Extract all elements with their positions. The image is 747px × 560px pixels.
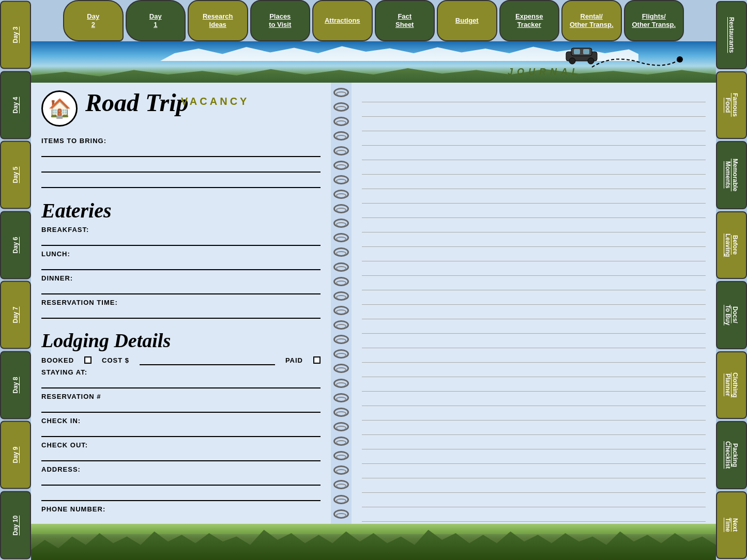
journal-line [362, 421, 706, 435]
tab-research-ideas[interactable]: Research Ideas [188, 0, 248, 41]
journal-line [362, 493, 706, 507]
journal-line [362, 435, 706, 449]
spiral-binding [331, 83, 352, 524]
sidebar-item-day9[interactable]: Day 9 [0, 421, 31, 489]
journal-line [362, 204, 706, 218]
tab-budget[interactable]: Budget [437, 0, 497, 41]
spiral-ring [333, 437, 349, 446]
sidebar-item-day8[interactable]: Day 8 [0, 351, 31, 419]
sidebar-item-day3[interactable]: Day 3 [0, 1, 31, 69]
spiral-ring [333, 495, 349, 504]
spiral-ring [333, 88, 349, 97]
content-area: 🏠 Road Trip VACANCY ITEMS TO BRING: Eate… [31, 83, 716, 524]
lunch-line [41, 259, 321, 270]
spiral-ring [333, 465, 349, 475]
spiral-ring [333, 117, 349, 126]
journal-line [362, 88, 706, 102]
cost-line [140, 355, 275, 365]
spiral-ring [333, 320, 349, 330]
reservation-time-line [41, 307, 321, 319]
journal-line [362, 377, 706, 392]
spiral-ring [333, 204, 349, 213]
booked-label: BOOKED [41, 356, 74, 364]
spiral-ring [333, 161, 349, 170]
tab-fact-sheet[interactable]: Fact Sheet [375, 0, 435, 41]
lunch-label: LUNCH: [41, 250, 321, 258]
items-to-bring-section: ITEMS TO BRING: [41, 137, 321, 188]
sidebar-item-packing[interactable]: Packing Checklist [716, 421, 747, 489]
booked-row: BOOKED COST $ PAID [41, 355, 321, 365]
sidebar-item-restaurants[interactable]: Restaurants [716, 1, 747, 69]
journal-line [362, 102, 706, 117]
items-line-2 [41, 161, 321, 173]
spiral-ring [333, 393, 349, 402]
tab-expense-tracker[interactable]: Expense Tracker [499, 0, 560, 41]
journal-line [362, 406, 706, 421]
sidebar-item-next-time[interactable]: Next Time [716, 491, 747, 559]
journal-line [362, 464, 706, 478]
journal-line [362, 290, 706, 305]
sidebar-item-docs[interactable]: Docs/ To Buy [716, 281, 747, 349]
spiral-ring [333, 277, 349, 286]
spiral-ring [333, 408, 349, 417]
paid-checkbox[interactable] [313, 356, 321, 364]
tab-attractions[interactable]: Attractions [312, 0, 373, 41]
sidebar-item-memorable[interactable]: Memorable Moments [716, 141, 747, 209]
spiral-ring [333, 131, 349, 141]
journal-line [362, 146, 706, 160]
sidebar-item-clothing[interactable]: Clothing Planner [716, 351, 747, 419]
reservation-time-label: RESERVATION TIME: [41, 299, 321, 306]
sidebar-item-day7[interactable]: Day 7 [0, 281, 31, 349]
breakfast-label: BREAKFAST: [41, 226, 321, 234]
booked-checkbox[interactable] [84, 356, 92, 364]
address-line [41, 474, 321, 486]
journal-line [362, 261, 706, 276]
phone-line [41, 514, 321, 524]
sidebar-item-day5[interactable]: Day 5 [0, 141, 31, 209]
spiral-ring [333, 480, 349, 489]
sidebar-item-before-leaving[interactable]: Before Leaving [716, 211, 747, 279]
journal-label: JOURNAL [508, 67, 582, 77]
road-trip-header: 🏠 Road Trip VACANCY [41, 90, 321, 132]
top-tabs-bar: Day 2 Day 1 Research Ideas Places to Vis… [62, 0, 685, 41]
dinner-line [41, 283, 321, 294]
svg-point-2 [569, 58, 575, 64]
sidebar-item-day6[interactable]: Day 6 [0, 211, 31, 279]
left-panel: 🏠 Road Trip VACANCY ITEMS TO BRING: Eate… [31, 83, 331, 524]
spiral-ring [333, 233, 349, 242]
tab-day1[interactable]: Day 1 [126, 0, 186, 41]
paid-label: PAID [285, 356, 303, 364]
tab-places-to-visit[interactable]: Places to Visit [250, 0, 311, 41]
journal-line [362, 232, 706, 247]
sidebar-item-day4[interactable]: Day 4 [0, 71, 31, 139]
footer-image [31, 524, 716, 560]
eateries-title: Eateries [41, 198, 321, 223]
side-tabs-right: Restaurants Famous Food Memorable Moment… [716, 0, 747, 560]
sidebar-item-day10[interactable]: Day 10 [0, 491, 31, 559]
header-image: JOURNAL [31, 41, 716, 83]
home-icon: 🏠 [41, 90, 78, 127]
lodging-title: Lodging Details [41, 329, 321, 352]
journal-line [362, 319, 706, 334]
spiral-ring [333, 247, 349, 257]
tab-day2[interactable]: Day 2 [63, 0, 124, 41]
journal-line [362, 247, 706, 261]
main-wrapper: Day 2 Day 1 Research Ideas Places to Vis… [31, 0, 716, 560]
sidebar-item-famous-food[interactable]: Famous Food [716, 71, 747, 139]
staying-at-label: STAYING AT: [41, 368, 321, 376]
vacancy-text: VACANCY [181, 96, 249, 107]
spiral-ring [333, 262, 349, 272]
items-line-1 [41, 146, 321, 157]
tab-rental[interactable]: Rental/ Other Transp. [561, 0, 622, 41]
journal-line [362, 131, 706, 146]
spiral-ring [333, 306, 349, 315]
address-label: ADDRESS: [41, 465, 321, 473]
tab-flights[interactable]: Flights/ Other Transp. [624, 0, 684, 41]
address-line-2 [41, 490, 321, 501]
spiral-ring [333, 175, 349, 184]
phone-label: PHONE NUMBER: [41, 505, 321, 513]
side-tabs-left: Day 3 Day 4 Day 5 Day 6 Day 7 Day 8 Day … [0, 0, 31, 560]
spiral-ring [333, 291, 349, 301]
checkout-label: CHECK OUT: [41, 441, 321, 449]
svg-rect-4 [574, 49, 580, 54]
